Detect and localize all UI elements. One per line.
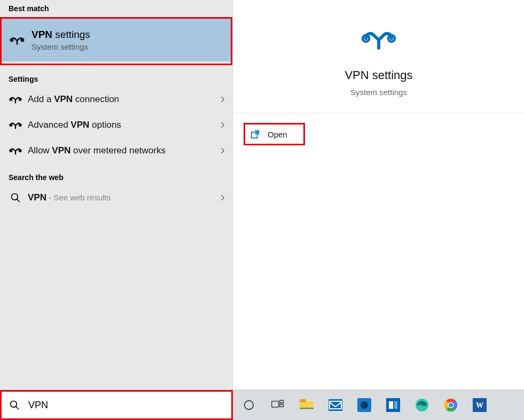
svg-rect-6 xyxy=(272,401,279,407)
settings-item-advanced-vpn-options[interactable]: Advanced VPN options xyxy=(0,113,232,137)
svg-rect-17 xyxy=(389,401,393,409)
section-best-match: Best match xyxy=(0,0,232,17)
edge-icon[interactable] xyxy=(414,398,429,413)
chevron-right-icon xyxy=(220,147,226,154)
search-results-panel: Best match VPN settings System settings … xyxy=(0,0,524,390)
search-input[interactable] xyxy=(27,399,231,411)
vpn-icon xyxy=(6,95,25,104)
detail-title: VPN settings xyxy=(233,68,524,82)
app-tile-icon[interactable] xyxy=(357,398,372,413)
svg-rect-7 xyxy=(280,400,283,403)
svg-point-25 xyxy=(449,403,453,407)
taskbar-search-box[interactable] xyxy=(0,390,233,420)
open-icon xyxy=(251,129,260,139)
svg-point-15 xyxy=(361,401,368,409)
svg-point-5 xyxy=(245,401,254,410)
search-results-left: Best match VPN settings System settings … xyxy=(0,0,232,390)
settings-item-label: Allow VPN over metered networks xyxy=(25,145,220,156)
best-match-subtitle: System settings xyxy=(32,42,90,51)
search-detail-pane: VPN settings System settings Open xyxy=(232,0,524,390)
web-result-vpn[interactable]: VPN - See web results xyxy=(0,186,232,209)
search-icon xyxy=(2,400,27,410)
settings-item-add-vpn-connection[interactable]: Add a VPN connection xyxy=(0,88,232,111)
svg-rect-11 xyxy=(300,408,314,409)
settings-item-label: Add a VPN connection xyxy=(25,94,220,105)
detail-subtitle: System settings xyxy=(233,88,524,97)
vpn-icon xyxy=(6,120,25,130)
chevron-right-icon xyxy=(220,96,226,103)
vpn-icon xyxy=(8,35,26,45)
word-icon[interactable]: W xyxy=(472,398,487,413)
section-settings: Settings xyxy=(0,71,232,88)
chevron-right-icon xyxy=(220,195,226,201)
open-button[interactable]: Open xyxy=(244,123,305,145)
best-match-title: VPN settings xyxy=(32,29,90,41)
chevron-right-icon xyxy=(220,122,226,128)
mail-icon[interactable] xyxy=(328,398,343,413)
settings-item-label: Advanced VPN options xyxy=(25,120,220,130)
open-button-label: Open xyxy=(268,130,287,139)
svg-rect-18 xyxy=(394,401,397,409)
app-tile-icon[interactable] xyxy=(386,398,401,413)
section-search-web: Search the web xyxy=(0,169,232,186)
web-result-label: VPN - See web results xyxy=(25,192,220,203)
cortana-icon[interactable] xyxy=(241,398,256,413)
svg-rect-10 xyxy=(300,399,306,402)
task-view-icon[interactable] xyxy=(270,398,285,413)
svg-rect-8 xyxy=(280,404,283,407)
best-match-vpn-settings[interactable]: VPN settings System settings xyxy=(2,19,231,61)
vpn-icon xyxy=(6,146,25,155)
search-icon xyxy=(6,192,25,203)
svg-text:W: W xyxy=(476,401,483,409)
detail-app-icon xyxy=(233,26,524,51)
settings-item-allow-vpn-metered[interactable]: Allow VPN over metered networks xyxy=(0,139,232,162)
chrome-icon[interactable] xyxy=(443,398,458,413)
file-explorer-icon[interactable] xyxy=(299,398,314,413)
taskbar: W xyxy=(0,390,524,420)
